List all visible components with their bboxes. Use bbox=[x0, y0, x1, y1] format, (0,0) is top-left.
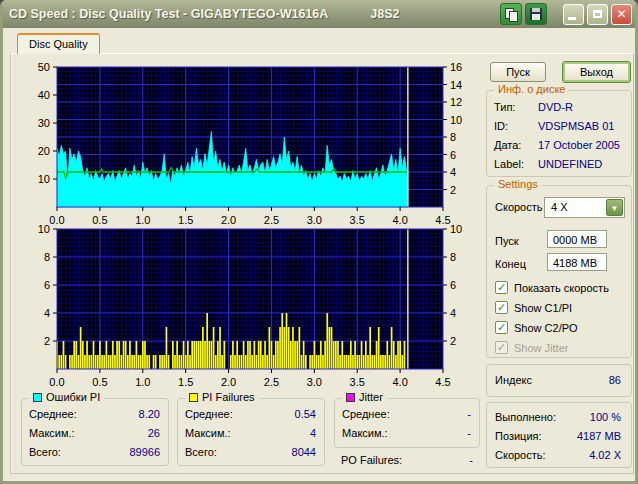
checkbox-show-jitter: ✓ Show Jitter bbox=[495, 341, 568, 354]
svg-text:2: 2 bbox=[450, 184, 456, 196]
svg-text:20: 20 bbox=[38, 145, 50, 157]
check-icon: ✓ bbox=[495, 281, 508, 294]
checkbox-label: Show C1/PI bbox=[514, 302, 572, 314]
stat-row: Среднее:- bbox=[342, 408, 471, 420]
svg-text:14: 14 bbox=[450, 79, 462, 91]
chevron-down-icon[interactable]: ▼ bbox=[606, 199, 623, 216]
svg-text:2.0: 2.0 bbox=[221, 376, 236, 386]
disc-info-title: Инф. о диске bbox=[494, 83, 569, 95]
speed-select[interactable]: 4 X ▼ bbox=[544, 197, 625, 218]
svg-text:3.5: 3.5 bbox=[350, 376, 365, 386]
jitter-legend-chip bbox=[346, 393, 355, 402]
pi-failures-legend-chip bbox=[189, 393, 198, 402]
settings-box: Settings Скорость 4 X ▼ Пуск Конец ✓ Пок… bbox=[486, 185, 632, 358]
stat-row: Среднее:0.54 bbox=[185, 408, 316, 420]
pi-errors-legend-chip bbox=[33, 393, 42, 402]
jitter-stats-title: Jitter bbox=[359, 391, 383, 403]
progress-box: Выполнено:100 % Позиция:4187 MB Скорость… bbox=[486, 402, 632, 468]
svg-text:1.0: 1.0 bbox=[135, 376, 150, 386]
svg-text:6: 6 bbox=[450, 279, 456, 291]
svg-text:0.5: 0.5 bbox=[92, 376, 107, 386]
svg-text:1.5: 1.5 bbox=[178, 376, 193, 386]
svg-text:4: 4 bbox=[450, 166, 456, 178]
stat-row: Всего:89966 bbox=[29, 446, 160, 458]
svg-text:16: 16 bbox=[450, 61, 462, 73]
disc-info-row: Тип:DVD-R bbox=[494, 101, 623, 113]
svg-text:8: 8 bbox=[450, 251, 456, 263]
svg-text:4: 4 bbox=[44, 307, 50, 319]
svg-text:8: 8 bbox=[450, 131, 456, 143]
window-title: CD Speed : Disc Quality Test - GIGABYTEG… bbox=[9, 7, 328, 21]
checkbox-label: Show C2/PO bbox=[514, 322, 578, 334]
settings-title: Settings bbox=[494, 178, 542, 190]
disc-info-box: Инф. о диске Тип:DVD-R ID:VDSPMSAB 01 Да… bbox=[486, 90, 632, 177]
index-box: Индекс 86 bbox=[486, 364, 632, 397]
checkbox-label: Показать скорость bbox=[514, 282, 609, 294]
page-shape bbox=[509, 11, 518, 22]
exit-button[interactable]: Выход bbox=[562, 61, 631, 83]
progress-row: Выполнено:100 % bbox=[495, 411, 621, 423]
check-icon: ✓ bbox=[495, 341, 508, 354]
stat-row: Максим.:26 bbox=[29, 427, 160, 439]
pi-failures-stats-box: PI Failures Среднее:0.54 Максим.:4 Всего… bbox=[177, 398, 325, 466]
svg-text:30: 30 bbox=[38, 117, 50, 129]
stat-row: Максим.:- bbox=[342, 427, 471, 439]
svg-text:10: 10 bbox=[38, 223, 50, 235]
title-bar[interactable]: CD Speed : Disc Quality Test - GIGABYTEG… bbox=[0, 0, 638, 28]
svg-text:10: 10 bbox=[450, 114, 462, 126]
stat-row: Максим.:4 bbox=[185, 427, 316, 439]
pi-failures-stats-title: PI Failures bbox=[202, 391, 255, 403]
svg-text:3.0: 3.0 bbox=[307, 376, 322, 386]
save-icon[interactable] bbox=[525, 3, 547, 25]
pi-errors-stats-box: Ошибки PI Среднее:8.20 Максим.:26 Всего:… bbox=[21, 398, 169, 466]
window-title-extra: J8S2 bbox=[370, 7, 399, 21]
jitter-stats-box: Jitter Среднее:- Максим.:- bbox=[334, 398, 480, 448]
checkbox-show-speed[interactable]: ✓ Показать скорость bbox=[495, 281, 609, 294]
end-mb-field[interactable] bbox=[547, 253, 607, 271]
svg-text:40: 40 bbox=[38, 89, 50, 101]
svg-text:2: 2 bbox=[450, 335, 456, 347]
progress-row: Позиция:4187 MB bbox=[495, 430, 621, 442]
svg-text:50: 50 bbox=[38, 61, 50, 73]
disc-info-row: Дата:17 October 2005 bbox=[494, 139, 623, 151]
stat-row: Среднее:8.20 bbox=[29, 408, 160, 420]
svg-text:10: 10 bbox=[450, 223, 462, 235]
copy-icon[interactable] bbox=[500, 3, 522, 25]
start-mb-field[interactable] bbox=[547, 230, 607, 248]
tab-disc-quality[interactable]: Disc Quality bbox=[17, 33, 100, 54]
check-icon: ✓ bbox=[495, 301, 508, 314]
start-button[interactable]: Пуск bbox=[490, 62, 546, 82]
maximize-icon bbox=[593, 10, 602, 18]
progress-row: Скорость:4.02 X bbox=[495, 449, 621, 461]
close-button[interactable]: ✕ bbox=[611, 4, 632, 25]
svg-text:4.5: 4.5 bbox=[435, 376, 450, 386]
svg-text:4: 4 bbox=[450, 307, 456, 319]
po-failures-label: PO Failures: bbox=[341, 454, 402, 466]
close-icon: ✕ bbox=[616, 7, 626, 21]
checkbox-label: Show Jitter bbox=[514, 342, 568, 354]
svg-text:0.0: 0.0 bbox=[49, 376, 64, 386]
minimize-icon bbox=[568, 17, 576, 20]
svg-text:10: 10 bbox=[38, 173, 50, 185]
checkbox-show-c1pi[interactable]: ✓ Show C1/PI bbox=[495, 301, 572, 314]
disc-info-row: ID:VDSPMSAB 01 bbox=[494, 120, 623, 132]
maximize-button[interactable] bbox=[587, 4, 608, 25]
check-icon: ✓ bbox=[495, 321, 508, 334]
disc-info-row: Label:UNDEFINED bbox=[494, 158, 623, 170]
stat-row: Всего:8044 bbox=[185, 446, 316, 458]
checkbox-show-c2po[interactable]: ✓ Show C2/PO bbox=[495, 321, 578, 334]
svg-text:2: 2 bbox=[44, 335, 50, 347]
speed-value: 4 X bbox=[551, 201, 568, 213]
svg-text:8: 8 bbox=[44, 251, 50, 263]
po-failures-row: PO Failures: - bbox=[341, 454, 473, 466]
floppy-shape bbox=[530, 8, 542, 20]
end-mb-label: Конец bbox=[495, 258, 526, 270]
pi-errors-chart: 10203040502468101214160.00.51.01.52.02.5… bbox=[15, 60, 483, 224]
po-failures-value: - bbox=[469, 454, 473, 466]
minimize-button[interactable] bbox=[563, 4, 584, 25]
speed-label: Скорость bbox=[495, 201, 543, 213]
start-mb-label: Пуск bbox=[495, 235, 519, 247]
index-value: 86 bbox=[609, 374, 621, 386]
pi-failures-chart: 2468102468100.00.51.01.52.02.53.03.54.04… bbox=[15, 222, 483, 386]
index-label: Индекс bbox=[495, 374, 532, 386]
